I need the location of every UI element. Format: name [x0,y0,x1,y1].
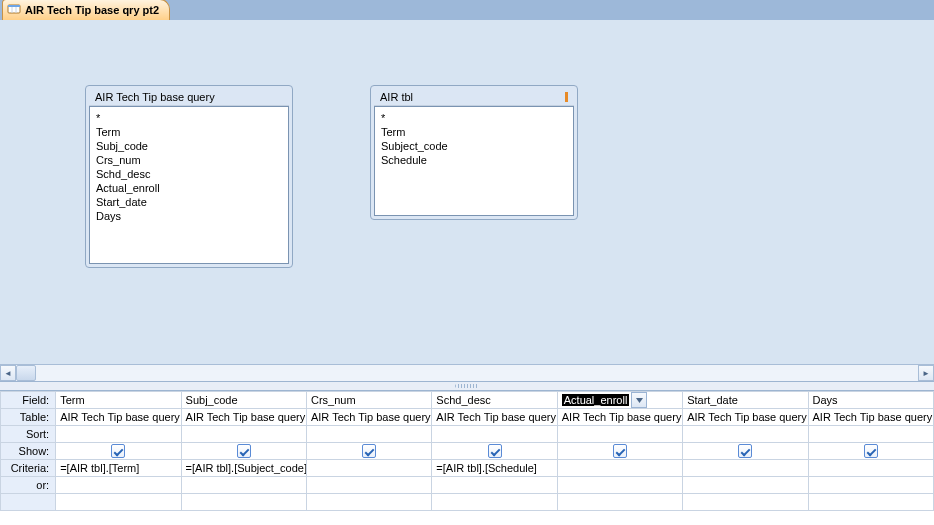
table-field[interactable]: Actual_enroll [96,181,282,195]
grid-cell-sort[interactable] [306,426,431,443]
grid-cell-blank[interactable] [432,494,557,511]
grid-field-label: Crs_num [311,394,427,406]
show-checkbox[interactable] [362,444,376,458]
grid-cell-criteria[interactable]: =[AIR tbl].[Subject_code] [181,460,306,477]
grid-cell-table[interactable]: AIR Tech Tip base query [557,409,682,426]
grid-cell-or[interactable] [181,477,306,494]
grid-cell-blank[interactable] [306,494,431,511]
grid-cell-table[interactable]: AIR Tech Tip base query [808,409,933,426]
grid-cell-criteria[interactable] [557,460,682,477]
table-field[interactable]: Schedule [381,153,567,167]
row-header-or: or: [1,477,56,494]
grid-cell-field[interactable]: Actual_enroll [557,392,682,409]
splitter-grip-icon [455,384,479,388]
row-header-blank [1,494,56,511]
relationships-pane[interactable]: AIR Tech Tip base query * Term Subj_code… [0,20,934,364]
diagram-hscrollbar[interactable]: ◄ ► [0,364,934,381]
grid-cell-table[interactable]: AIR Tech Tip base query [306,409,431,426]
grid-cell-sort[interactable] [56,426,181,443]
grid-cell-blank[interactable] [683,494,808,511]
table-title-text: AIR Tech Tip base query [95,91,215,103]
query-icon [7,2,21,18]
grid-cell-blank[interactable] [56,494,181,511]
grid-cell-field[interactable]: Start_date [683,392,808,409]
scroll-left-button[interactable]: ◄ [0,365,16,381]
table-title-bar[interactable]: AIR tbl [374,89,574,106]
scroll-thumb[interactable] [16,365,36,381]
show-checkbox[interactable] [237,444,251,458]
grid-cell-table[interactable]: AIR Tech Tip base query [181,409,306,426]
design-grid[interactable]: Field:TermSubj_codeCrs_numSchd_descActua… [0,391,934,525]
grid-cell-show[interactable] [181,443,306,460]
row-header-table: Table: [1,409,56,426]
row-header-criteria: Criteria: [1,460,56,477]
table-field[interactable]: Schd_desc [96,167,282,181]
grid-cell-blank[interactable] [808,494,933,511]
grid-field-label: Start_date [687,394,803,406]
grid-cell-criteria[interactable] [683,460,808,477]
grid-cell-or[interactable] [306,477,431,494]
table-field[interactable]: Term [381,125,567,139]
grid-cell-or[interactable] [683,477,808,494]
show-checkbox[interactable] [111,444,125,458]
table-field[interactable]: Start_date [96,195,282,209]
grid-cell-field[interactable]: Crs_num [306,392,431,409]
show-checkbox[interactable] [488,444,502,458]
show-checkbox[interactable] [864,444,878,458]
grid-cell-sort[interactable] [181,426,306,443]
grid-cell-or[interactable] [557,477,682,494]
grid-cell-show[interactable] [432,443,557,460]
grid-cell-criteria[interactable]: =[AIR tbl].[Term] [56,460,181,477]
table-field[interactable]: Days [96,209,282,223]
table-field[interactable]: Crs_num [96,153,282,167]
show-checkbox[interactable] [613,444,627,458]
grid-cell-or[interactable] [56,477,181,494]
grid-cell-sort[interactable] [557,426,682,443]
grid-field-label: Days [813,394,929,406]
grid-cell-show[interactable] [683,443,808,460]
query-tab-label: AIR Tech Tip base qry pt2 [25,4,159,16]
grid-cell-show[interactable] [56,443,181,460]
grid-cell-field[interactable]: Days [808,392,933,409]
table-select-mark [565,92,568,102]
grid-cell-field[interactable]: Subj_code [181,392,306,409]
table-title-bar[interactable]: AIR Tech Tip base query [89,89,289,106]
field-dropdown-button[interactable] [631,392,647,408]
grid-cell-show[interactable] [557,443,682,460]
grid-cell-or[interactable] [808,477,933,494]
scroll-right-button[interactable]: ► [918,365,934,381]
grid-cell-table[interactable]: AIR Tech Tip base query [683,409,808,426]
grid-cell-blank[interactable] [181,494,306,511]
table-field[interactable]: Subj_code [96,139,282,153]
table-field[interactable]: Subject_code [381,139,567,153]
row-header-sort: Sort: [1,426,56,443]
grid-cell-table[interactable]: AIR Tech Tip base query [56,409,181,426]
row-header-show: Show: [1,443,56,460]
grid-cell-or[interactable] [432,477,557,494]
table-box-base-query[interactable]: AIR Tech Tip base query * Term Subj_code… [85,85,293,268]
grid-cell-blank[interactable] [557,494,682,511]
grid-cell-sort[interactable] [808,426,933,443]
grid-cell-show[interactable] [808,443,933,460]
table-field[interactable]: * [96,111,282,125]
grid-field-label: Subj_code [186,394,302,406]
grid-cell-sort[interactable] [432,426,557,443]
pane-splitter[interactable] [0,381,934,391]
grid-cell-criteria[interactable]: =[AIR tbl].[Schedule] [432,460,557,477]
grid-cell-criteria[interactable] [808,460,933,477]
table-field[interactable]: Term [96,125,282,139]
grid-cell-criteria[interactable] [306,460,431,477]
grid-cell-sort[interactable] [683,426,808,443]
table-field[interactable]: * [381,111,567,125]
show-checkbox[interactable] [738,444,752,458]
grid-cell-field[interactable]: Term [56,392,181,409]
grid-cell-table[interactable]: AIR Tech Tip base query [432,409,557,426]
grid-field-label: Schd_desc [436,394,552,406]
grid-cell-show[interactable] [306,443,431,460]
scroll-track[interactable] [36,365,918,381]
row-header-field: Field: [1,392,56,409]
table-box-air-tbl[interactable]: AIR tbl * Term Subject_code Schedule [370,85,578,220]
grid-field-label: Term [60,394,176,406]
grid-cell-field[interactable]: Schd_desc [432,392,557,409]
query-tab[interactable]: AIR Tech Tip base qry pt2 [2,0,170,20]
